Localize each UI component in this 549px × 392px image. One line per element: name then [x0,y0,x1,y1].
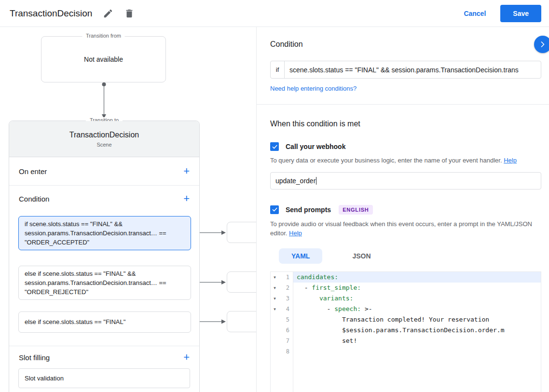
if-prefix: if [271,61,285,78]
panel-title: Condition [270,40,541,49]
editor-line[interactable]: ▾3 variants: [271,293,541,304]
editor-line[interactable]: ▾2 - first_simple: [271,283,541,293]
prompt-editor-tabs: YAML JSON [270,248,541,264]
code-text: - speech: >- [293,304,541,314]
prompts-description: To provide audio or visual feedback when… [270,219,541,238]
editor-line[interactable]: ▾4 - speech: >- [271,304,541,314]
yaml-code-editor[interactable]: ▾1candidates:▾2 - first_simple:▾3 varian… [270,271,541,392]
condition-item-accepted[interactable]: if scene.slots.status == "FINAL" && sess… [18,216,191,250]
scene-header[interactable]: TransactionDecision Scene [9,121,199,157]
slot-filling-label: Slot filling [19,353,50,362]
code-text: $session.params.TransactionDecision.orde… [293,325,541,336]
editor-line[interactable]: ▾1candidates: [271,272,541,283]
line-number: 7 [279,336,293,346]
line-number: 6 [279,325,293,336]
condition-label: Condition [19,195,49,203]
condition-item-final[interactable]: else if scene.slots.status == "FINAL" [18,311,191,333]
line-number: 1 [279,272,293,283]
prompts-help-link[interactable]: Help [289,230,302,237]
line-number: 5 [279,314,293,325]
line-number: 8 [279,346,293,357]
code-text: candidates: [293,272,541,283]
condition-help-link[interactable]: Need help entering conditions? [270,85,357,92]
scene-type: Scene [96,142,111,148]
scene-graph-canvas: Transition from Not available Transition… [0,27,256,392]
target-scene-node-3[interactable] [227,311,256,332]
editor-line[interactable]: 7 set! [271,336,541,346]
fold-arrow-icon[interactable]: ▾ [271,293,279,304]
text-caret [316,177,316,185]
add-condition-button[interactable]: + [183,193,190,204]
webhook-checkbox[interactable] [270,142,279,151]
tab-json[interactable]: JSON [340,248,383,264]
line-number: 2 [279,283,293,293]
fold-spacer [271,314,279,325]
section-condition: Condition + [9,186,199,212]
fold-arrow-icon[interactable]: ▾ [271,283,279,293]
editor-line[interactable]: 6 $session.params.TransactionDecision.or… [271,325,541,336]
on-enter-label: On enter [19,167,47,176]
section-on-enter: On enter + [9,157,199,186]
add-slot-filling-button[interactable]: + [183,352,190,363]
fold-arrow-icon[interactable]: ▾ [271,304,279,314]
fold-arrow-icon[interactable]: ▾ [271,272,279,283]
language-badge: ENGLISH [339,205,373,215]
condition-expression-row: if scene.slots.status == "FINAL" && sess… [270,61,541,79]
code-text: Transaction completed! Your reservation [293,314,541,325]
panel-divider [257,104,549,105]
transition-from-node: Transition from Not available [41,36,166,82]
save-button[interactable]: Save [500,5,541,22]
send-prompts-checkbox[interactable] [270,205,279,214]
transition-from-label: Transition from [82,33,125,39]
scene-name: TransactionDecision [69,131,139,139]
tab-yaml[interactable]: YAML [279,248,322,264]
target-scene-node-1[interactable] [227,222,256,243]
webhook-description: To query data or execute your business l… [270,156,541,165]
fold-spacer [271,346,279,357]
editor-line[interactable]: 8 [271,346,541,357]
condition-met-title: When this condition is met [270,120,541,128]
add-on-enter-button[interactable]: + [183,166,190,176]
fold-spacer [271,336,279,346]
target-scene-node-2[interactable] [227,271,256,293]
fold-spacer [271,325,279,336]
slot-validation-item[interactable]: Slot validation [18,368,190,388]
edit-pencil-icon[interactable] [103,8,113,19]
code-text: - first_simple: [293,283,541,293]
webhook-help-link[interactable]: Help [504,157,517,164]
condition-editor-panel: Condition if scene.slots.status == "FINA… [256,27,549,392]
code-text [293,346,541,357]
webhook-label: Call your webhook [286,143,345,150]
editor-line[interactable]: 5 Transaction completed! Your reservatio… [271,314,541,325]
code-text: set! [293,336,541,346]
line-number: 4 [279,304,293,314]
code-text: variants: [293,293,541,304]
cancel-button[interactable]: Cancel [464,10,486,17]
top-bar: TransactionDecision Cancel Save [0,0,549,27]
condition-expression-input[interactable]: scene.slots.status == "FINAL" && session… [285,61,541,78]
section-slot-filling: Slot filling + [9,346,199,368]
delete-trash-icon[interactable] [124,8,135,19]
transition-to-scene-card: Transition to TransactionDecision Scene … [9,121,200,392]
collapse-panel-chevron-right-icon[interactable] [534,36,549,53]
condition-item-rejected[interactable]: else if scene.slots.status == "FINAL" &&… [18,266,191,300]
webhook-name-input[interactable]: update_order [270,172,541,189]
transition-from-value: Not available [41,37,165,82]
line-number: 3 [279,293,293,304]
editor-filler [271,357,541,392]
send-prompts-label: Send prompts [286,206,331,214]
page-title: TransactionDecision [10,8,92,19]
